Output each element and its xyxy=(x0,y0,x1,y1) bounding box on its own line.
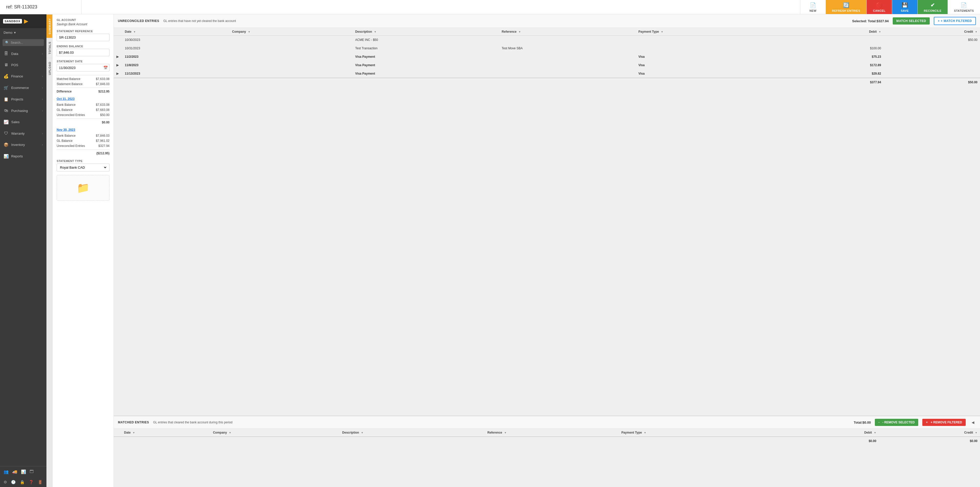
unreconciled-header: Unreconciled Entries GL entries that hav… xyxy=(114,14,980,28)
upload-area[interactable]: 📁 xyxy=(57,175,110,201)
sidebar-item-ecommerce[interactable]: 🛒Ecommerce › xyxy=(0,82,46,94)
cancel-button[interactable]: 🚫 CANCEL xyxy=(866,0,892,14)
new-button[interactable]: 📄 NEW xyxy=(800,0,826,14)
matched-col-company: Company ▼ xyxy=(210,429,339,437)
statement-type-dropdown[interactable]: Royal Bank CAD xyxy=(59,165,107,170)
date-filter-icon[interactable]: ▼ xyxy=(133,30,136,33)
nov-total-row: ($212.95) xyxy=(57,151,110,156)
table-row[interactable]: ▶ 11/2/2023 Visa Payment Visa $75.23 xyxy=(114,53,980,61)
matched-ref-filter[interactable]: ▼ xyxy=(504,431,507,434)
matched-col-credit: Credit ▼ xyxy=(879,429,980,437)
statements-button[interactable]: 📄 STATEMENTS xyxy=(948,0,980,14)
credit-filter-icon[interactable]: ▼ xyxy=(975,30,977,33)
matched-debit-filter[interactable]: ▼ xyxy=(874,431,877,434)
refresh-button[interactable]: 🔄 REFRESH ENTRIES xyxy=(826,0,866,14)
sidebar-item-data[interactable]: 🗄Data › xyxy=(0,48,46,59)
row-payment-type: Visa xyxy=(636,53,794,61)
sidebar-item-sales[interactable]: 📈Sales xyxy=(0,116,46,128)
projects-chevron: › xyxy=(42,98,43,101)
remove-selected-button[interactable]: - - REMOVE SELECTED xyxy=(875,419,918,426)
row-payment-type xyxy=(636,44,794,53)
sidebar-item-projects[interactable]: 📋Projects › xyxy=(0,94,46,105)
search-input[interactable] xyxy=(11,41,41,45)
col-debit: Debit ▼ xyxy=(794,28,883,36)
row-description: Visa Payment xyxy=(353,70,499,78)
statement-date-input[interactable]: 📅 xyxy=(57,64,110,72)
calendar-icon[interactable]: 📅 xyxy=(103,65,108,70)
nov-unreconciled-row: Unreconciled Entries $327.94 xyxy=(57,143,110,148)
match-filtered-button[interactable]: + + MATCH FILTERED xyxy=(934,17,976,25)
remove-filtered-button[interactable]: + + REMOVE FILTERED xyxy=(922,419,966,426)
logout-icon[interactable]: 🚪 xyxy=(38,480,43,484)
sidebar-item-reports[interactable]: 📊Reports xyxy=(0,150,46,162)
row-debit: $100.00 xyxy=(794,44,883,53)
statement-reference-input[interactable] xyxy=(57,34,110,41)
sidebar-item-inventory[interactable]: 📦Inventory › xyxy=(0,139,46,150)
company-filter-icon[interactable]: ▼ xyxy=(248,30,250,33)
team-icon[interactable]: 👥 xyxy=(3,469,9,474)
row-reference xyxy=(499,70,636,78)
lock-icon[interactable]: 🔒 xyxy=(20,480,25,484)
sidebar-item-warranty[interactable]: 🛡Warranty › xyxy=(0,128,46,139)
nov-section-title[interactable]: Nov 30, 2023 xyxy=(57,128,110,132)
inventory-icon: 📦 xyxy=(3,142,9,147)
row-payment-type: Visa xyxy=(636,61,794,70)
table-row[interactable]: ▶ 11/13/2023 Visa Payment Visa $29.82 xyxy=(114,70,980,78)
difference-value: $212.95 xyxy=(99,90,110,93)
search-box[interactable]: 🔍 xyxy=(3,39,44,46)
pt-filter-icon[interactable]: ▼ xyxy=(661,30,663,33)
statement-type-select[interactable]: Royal Bank CAD xyxy=(57,163,110,171)
sidebar-item-purchasing[interactable]: 🛍Purchasing › xyxy=(0,105,46,116)
window-icon[interactable]: 🗔 xyxy=(30,469,34,474)
row-date: 11/8/2023 xyxy=(122,61,229,70)
tab-totals[interactable]: TOTALS xyxy=(46,38,52,58)
sidebar-item-finance[interactable]: 💰Finance › xyxy=(0,70,46,82)
matched-total-debit: $0.00 xyxy=(784,437,879,445)
oct-section-title[interactable]: Oct 31, 2023 xyxy=(57,97,110,101)
expand-cell: ▶ xyxy=(114,53,122,61)
row-reference xyxy=(499,61,636,70)
debit-filter-icon[interactable]: ▼ xyxy=(879,30,881,33)
statement-balance-label: Statement Balance xyxy=(57,82,83,86)
matched-pt-filter[interactable]: ▼ xyxy=(644,431,646,434)
expand-btn[interactable]: ▶ xyxy=(116,63,119,67)
tab-upload[interactable]: UPLOAD xyxy=(46,58,52,78)
matched-total-credit: $0.00 xyxy=(879,437,980,445)
row-debit: $29.82 xyxy=(794,70,883,78)
matched-date-filter[interactable]: ▼ xyxy=(132,431,135,434)
statement-reference-text[interactable] xyxy=(59,35,107,39)
statement-date-text[interactable] xyxy=(59,66,102,70)
collapse-arrow[interactable]: ◀ xyxy=(970,420,976,425)
sidebar-footer-nav: ⚙ 🕐 🔒 ❓ 🚪 xyxy=(0,477,46,487)
settings-icon[interactable]: ⚙ xyxy=(3,480,7,484)
table-row[interactable]: 10/30/2023 ACME INC - $50 $50.00 xyxy=(114,36,980,44)
new-icon: 📄 xyxy=(810,2,816,8)
desc-filter-icon[interactable]: ▼ xyxy=(374,30,376,33)
data-icon: 🗄 xyxy=(3,51,9,56)
oct-gl-balance-label: GL Balance xyxy=(57,108,73,112)
match-selected-button[interactable]: MATCH SELECTED xyxy=(893,18,930,24)
statement-reference-label: Statement Reference xyxy=(57,30,110,33)
expand-btn[interactable]: ▶ xyxy=(116,72,119,75)
help-icon[interactable]: ❓ xyxy=(29,480,34,484)
sidebar-item-pos[interactable]: 🖥POS xyxy=(0,59,46,70)
reconcile-button[interactable]: ✔ RECONCILE xyxy=(918,0,948,14)
matched-credit-filter[interactable]: ▼ xyxy=(975,431,977,434)
matched-desc-filter[interactable]: ▼ xyxy=(361,431,363,434)
clock-icon[interactable]: 🕐 xyxy=(11,480,16,484)
table-row[interactable]: 10/31/2023 Test Transaction Test Move SB… xyxy=(114,44,980,53)
row-date: 10/31/2023 xyxy=(122,44,229,53)
sandbox-logo: SANDBOX xyxy=(3,19,22,24)
tab-summary[interactable]: SUMMARY xyxy=(46,14,52,38)
save-button[interactable]: 💾 SAVE xyxy=(892,0,918,14)
chart-icon[interactable]: 📊 xyxy=(21,469,26,474)
table-row[interactable]: ▶ 11/8/2023 Visa Payment Visa $172.89 xyxy=(114,61,980,70)
expand-btn[interactable]: ▶ xyxy=(116,55,119,59)
ref-filter-icon[interactable]: ▼ xyxy=(518,30,521,33)
ending-balance-input[interactable] xyxy=(57,49,110,56)
demo-menu[interactable]: Demo ▾ xyxy=(0,28,46,37)
truck-icon[interactable]: 🚚 xyxy=(12,469,18,474)
ending-balance-text[interactable] xyxy=(59,51,107,54)
matched-section: Matched Entries GL entries that cleared … xyxy=(114,415,980,487)
matched-company-filter[interactable]: ▼ xyxy=(229,431,231,434)
